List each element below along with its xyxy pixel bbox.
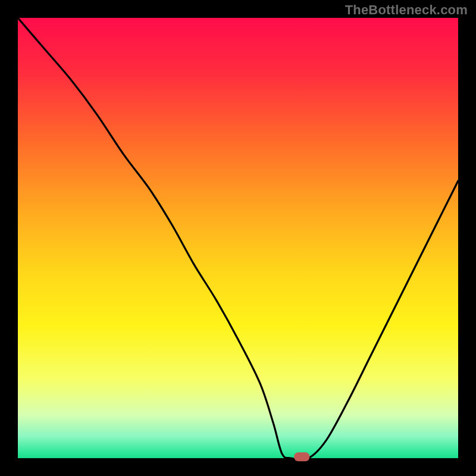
optimal-marker	[294, 452, 309, 461]
watermark-text: TheBottleneck.com	[345, 2, 468, 18]
chart-svg	[0, 0, 476, 476]
gradient-background	[18, 18, 458, 458]
bottleneck-chart: TheBottleneck.com	[0, 0, 476, 476]
